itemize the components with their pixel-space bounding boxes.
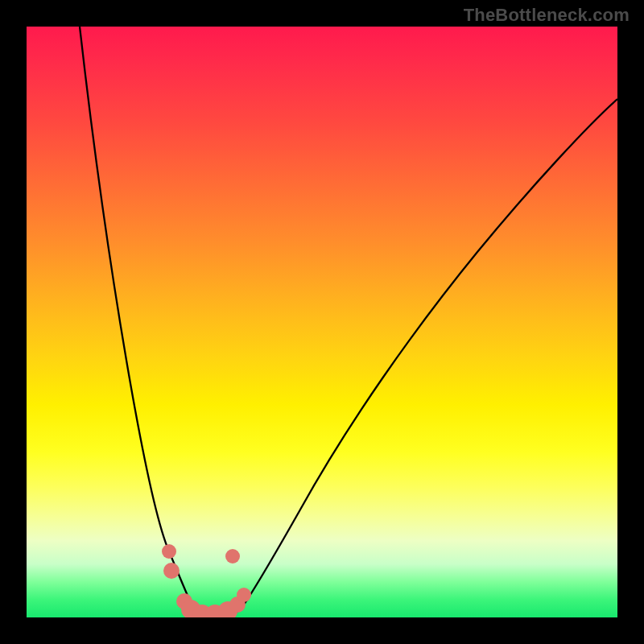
right-curve: [217, 99, 617, 617]
left-curve: [80, 27, 213, 617]
dot: [225, 549, 240, 564]
chart-frame: TheBottleneck.com: [0, 0, 644, 644]
bottom-dots-group: [162, 544, 251, 617]
dot: [162, 544, 176, 559]
dot: [163, 563, 180, 579]
chart-svg: [27, 27, 617, 617]
plot-area: [27, 27, 617, 617]
watermark-text: TheBottleneck.com: [464, 5, 630, 26]
dot: [237, 588, 251, 602]
